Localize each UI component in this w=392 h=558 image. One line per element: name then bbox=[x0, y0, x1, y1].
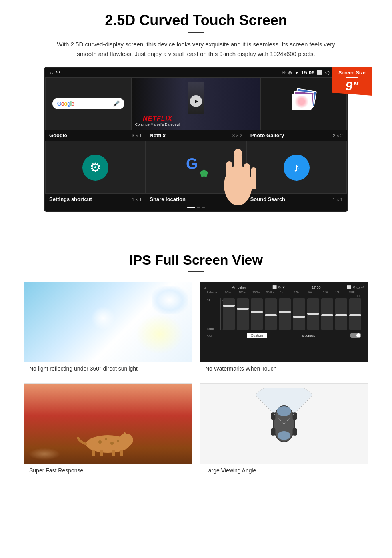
eq-slider-3[interactable] bbox=[251, 298, 263, 330]
no-watermark-caption: No Watermarks When Touch bbox=[200, 362, 368, 375]
signal-icon: ▼ bbox=[294, 70, 299, 75]
sound-label-cell: Sound Search 1 × 1 bbox=[246, 195, 347, 203]
eq-slider-4[interactable] bbox=[265, 298, 277, 330]
settings-app-size: 1 × 1 bbox=[132, 197, 142, 202]
music-note-icon: ♪ bbox=[293, 160, 300, 175]
eq-thumb-4 bbox=[265, 314, 277, 316]
google-app-name: Google bbox=[49, 132, 67, 138]
section-curved-screen: 2.5D Curved Touch Screen With 2.5D curve… bbox=[0, 0, 392, 220]
section2-title: IPS Full Screen View bbox=[24, 252, 368, 268]
eq-slider-6[interactable] bbox=[293, 298, 305, 330]
camera-icon: ⬜ bbox=[317, 70, 322, 75]
netflix-logo: NETFLIX bbox=[135, 115, 180, 122]
eq-controls: ⬜ ✕ ▭ ⏎ bbox=[347, 285, 364, 289]
eq-slider-5[interactable] bbox=[279, 298, 291, 330]
cheetah-bg bbox=[24, 384, 192, 464]
eq-thumb-8 bbox=[321, 314, 333, 316]
settings-cell[interactable]: ⚙ bbox=[45, 141, 146, 194]
svg-rect-28 bbox=[271, 428, 276, 436]
netflix-content: NETFLIX Continue Marvel's Daredevil bbox=[132, 78, 260, 130]
eq-loudness-label: loudness bbox=[302, 334, 315, 337]
bright-spot bbox=[152, 286, 188, 314]
android-screen: ⌂ Ψ ✳ ◎ ▼ 15:06 ⬜ ◁) ✕ ▭ bbox=[44, 67, 348, 212]
badge-divider bbox=[346, 77, 358, 78]
bluetooth-icon: ✳ bbox=[282, 70, 286, 75]
netflix-cell[interactable]: NETFLIX Continue Marvel's Daredevil bbox=[132, 77, 261, 130]
share-app-name: Share location bbox=[150, 196, 186, 202]
sound-cell[interactable]: ♪ bbox=[246, 141, 347, 194]
gallery-label-cell: Photo Gallery 2 × 2 bbox=[246, 132, 347, 139]
page-dot-active bbox=[187, 207, 195, 208]
netflix-label-cell: Netflix 3 × 2 bbox=[146, 132, 246, 139]
maps-cell[interactable]: G bbox=[146, 141, 246, 194]
netflix-app-name: Netflix bbox=[150, 132, 166, 138]
eq-thumb-9 bbox=[335, 314, 347, 316]
google-app-size: 3 × 1 bbox=[132, 133, 142, 138]
maps-checkmark-icon bbox=[200, 169, 208, 177]
eq-freq-sub: SUB bbox=[349, 291, 361, 294]
fast-response-caption: Super Fast Response bbox=[24, 464, 192, 477]
eq-scale: 10 bbox=[204, 295, 364, 297]
eq-slider-10[interactable] bbox=[349, 298, 361, 330]
netflix-app-size: 3 × 2 bbox=[232, 133, 242, 138]
status-time: 15:06 bbox=[301, 70, 314, 76]
eq-slider-1[interactable] bbox=[223, 298, 235, 330]
sound-icon-circle: ♪ bbox=[284, 155, 310, 181]
svg-rect-26 bbox=[271, 412, 276, 420]
eq-top-bar: ⌂ Amplifier ⬜ ◎ ▼ 17:33 ⬜ ✕ ▭ ⏎ bbox=[204, 285, 364, 289]
section1-description: With 2.5D curved-display screen, this de… bbox=[56, 40, 336, 59]
settings-app-name: Settings shortcut bbox=[49, 196, 92, 202]
eq-freq-2k5: 2.5k bbox=[294, 291, 306, 294]
eq-freq-200: 200hz bbox=[252, 291, 264, 294]
eq-toggle-thumb bbox=[356, 333, 360, 337]
no-reflect-caption: No light reflecting under 360° direct su… bbox=[24, 362, 192, 375]
svg-marker-14 bbox=[122, 432, 128, 435]
sky-bg bbox=[24, 282, 192, 362]
google-search-bar[interactable]: Google 🎤 bbox=[52, 98, 124, 109]
eq-loudness-toggle[interactable] bbox=[350, 333, 361, 338]
eq-thumb-5 bbox=[279, 311, 291, 313]
svg-point-20 bbox=[105, 438, 107, 440]
google-cell[interactable]: Google 🎤 bbox=[45, 77, 132, 130]
svg-rect-27 bbox=[293, 412, 297, 420]
home-icon: ⌂ bbox=[50, 70, 53, 76]
svg-point-13 bbox=[119, 434, 133, 446]
eq-freq-12k5: 12.5k bbox=[322, 291, 334, 294]
google-logo: Google bbox=[57, 100, 74, 107]
feature-grid: No light reflecting under 360° direct su… bbox=[24, 282, 368, 477]
eq-thumb-1 bbox=[223, 305, 235, 307]
microphone-icon: 🎤 bbox=[113, 100, 120, 107]
dust-cloud bbox=[28, 448, 60, 460]
eq-slider-2[interactable] bbox=[237, 298, 249, 330]
sound-content: ♪ bbox=[247, 141, 346, 193]
eq-bal-label: Balance bbox=[207, 291, 217, 294]
eq-slider-9[interactable] bbox=[335, 298, 347, 330]
cheetah-image bbox=[24, 384, 192, 464]
wide-angle-caption: Large Viewing Angle bbox=[200, 464, 368, 477]
eq-freq-60: 60hz bbox=[225, 291, 237, 294]
eq-slider-7[interactable] bbox=[307, 298, 319, 330]
netflix-play-button[interactable] bbox=[190, 95, 202, 107]
eq-freq-labels: Balance 60hz 100hz 200hz 500hz 1k 2.5k 1… bbox=[204, 291, 364, 294]
status-left-icons: ⌂ Ψ bbox=[50, 70, 60, 76]
section2-divider bbox=[188, 271, 204, 272]
device-wrapper: Screen Size 9" ⌂ Ψ ✳ ◎ ▼ 15:06 ⬜ ◁) ✕ bbox=[44, 67, 348, 212]
google-maps-icon: G bbox=[184, 155, 208, 179]
settings-content: ⚙ bbox=[46, 141, 145, 193]
page-dot bbox=[197, 207, 200, 208]
eq-custom-button[interactable]: Custom bbox=[247, 333, 267, 338]
feature-no-reflect: No light reflecting under 360° direct su… bbox=[24, 282, 192, 375]
cheetah-shape bbox=[76, 424, 140, 456]
badge-size: 9" bbox=[346, 79, 359, 93]
share-label-cell: Share location 1 × 1 bbox=[146, 195, 246, 203]
eq-fader-label: Fader bbox=[207, 327, 219, 330]
eq-freq-500: 500hz bbox=[266, 291, 278, 294]
feature-no-watermark: ⌂ Amplifier ⬜ ◎ ▼ 17:33 ⬜ ✕ ▭ ⏎ Balance … bbox=[200, 282, 368, 375]
svg-point-19 bbox=[98, 440, 102, 444]
screen-size-badge: Screen Size 9" bbox=[332, 67, 372, 96]
eq-time: 17:33 bbox=[312, 285, 321, 289]
eq-freq-1k: 1k bbox=[280, 291, 292, 294]
eq-slider-8[interactable] bbox=[321, 298, 333, 330]
gallery-app-size: 2 × 2 bbox=[333, 133, 343, 138]
eq-prev-icon: ◁◁ bbox=[207, 334, 212, 337]
